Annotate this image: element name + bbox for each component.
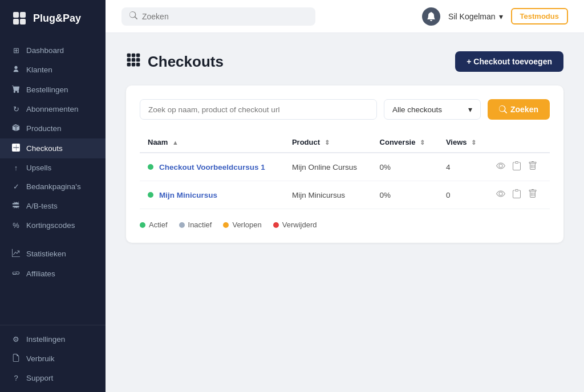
sort-product-icon: ⇕ bbox=[325, 139, 330, 146]
sidebar-item-klanten[interactable]: Klanten bbox=[0, 60, 106, 80]
status-legend: Actief Inactief Verlopen Verwijderd bbox=[140, 220, 550, 229]
verlopen-dot bbox=[223, 222, 229, 228]
cell-views-0: 4 bbox=[438, 153, 488, 181]
sidebar-item-support[interactable]: ? Support bbox=[0, 369, 106, 387]
sidebar-item-label: Producten bbox=[26, 124, 62, 133]
statistieken-icon bbox=[11, 249, 21, 259]
user-menu[interactable]: Sil Kogelman ▾ bbox=[448, 12, 503, 21]
checkout-link-0[interactable]: Checkout Voorbeeldcursus 1 bbox=[159, 163, 265, 172]
inactief-dot bbox=[179, 222, 185, 228]
sidebar-item-label: A/B-tests bbox=[26, 202, 58, 210]
sidebar-item-label: Bedankpagina's bbox=[26, 182, 81, 191]
sidebar-item-bestellingen[interactable]: Bestellingen bbox=[0, 80, 106, 100]
sidebar-item-label: Support bbox=[26, 374, 53, 382]
checkouts-card: Alle checkouts ▾ Zoeken Naam ▲ bbox=[126, 85, 563, 243]
instellingen-icon: ⚙ bbox=[11, 335, 21, 344]
sidebar-item-kortingscodes[interactable]: % Kortingscodes bbox=[0, 216, 106, 235]
status-dot-0 bbox=[148, 164, 153, 170]
checkout-search-input[interactable] bbox=[140, 99, 377, 120]
table-row: Mijn Minicursus Mijn Minicursus 0% 0 bbox=[140, 181, 550, 209]
sidebar-item-checkouts[interactable]: Checkouts bbox=[0, 138, 106, 158]
filter-bar: Alle checkouts ▾ Zoeken bbox=[140, 99, 550, 120]
search-icon bbox=[129, 11, 137, 22]
sidebar-item-label: Statistieken bbox=[26, 250, 66, 258]
checkout-filter-dropdown[interactable]: Alle checkouts ▾ bbox=[384, 99, 481, 120]
col-naam[interactable]: Naam ▲ bbox=[140, 132, 284, 153]
page-header: Checkouts + Checkout toevoegen bbox=[126, 51, 563, 72]
sort-conversie-icon: ⇕ bbox=[420, 139, 425, 146]
sidebar-item-abtests[interactable]: A/B-tests bbox=[0, 196, 106, 216]
page-title: Checkouts bbox=[148, 53, 224, 71]
topbar-search-box[interactable] bbox=[121, 7, 315, 26]
delete-icon-1[interactable] bbox=[528, 189, 537, 201]
sidebar-item-verbruik[interactable]: Verbruik bbox=[0, 349, 106, 369]
actief-label: Actief bbox=[149, 220, 168, 229]
checkouts-table: Naam ▲ Product ⇕ Conversie ⇕ bbox=[140, 132, 550, 209]
upsells-icon: ↑ bbox=[11, 164, 21, 172]
cell-actions-0 bbox=[488, 153, 550, 181]
col-views[interactable]: Views ⇕ bbox=[438, 132, 488, 153]
svg-rect-1 bbox=[20, 12, 26, 18]
sidebar-item-label: Bestellingen bbox=[26, 85, 68, 94]
sidebar-item-dashboard[interactable]: ⊞ Dashboard bbox=[0, 41, 106, 60]
sidebar-item-abonnementen[interactable]: ↻ Abonnementen bbox=[0, 100, 106, 119]
view-icon-1[interactable] bbox=[496, 189, 505, 201]
verwijderd-dot bbox=[273, 222, 279, 228]
bestellingen-icon bbox=[11, 85, 21, 95]
copy-icon-1[interactable] bbox=[512, 189, 521, 201]
logo-icon bbox=[11, 10, 27, 26]
sidebar-item-label: Checkouts bbox=[26, 144, 63, 153]
chevron-down-icon: ▾ bbox=[499, 12, 503, 21]
sidebar-item-upsells[interactable]: ↑ Upsells bbox=[0, 158, 106, 177]
checkouts-icon bbox=[11, 144, 21, 153]
verlopen-label: Verlopen bbox=[232, 220, 261, 229]
sidebar-item-affiliates[interactable]: Affiliates bbox=[0, 264, 106, 284]
actief-dot bbox=[140, 222, 145, 228]
sidebar-item-label: Affiliates bbox=[26, 270, 55, 278]
bedankpaginas-icon: ✓ bbox=[11, 182, 21, 191]
add-checkout-button[interactable]: + Checkout toevoegen bbox=[455, 51, 563, 72]
klanten-icon bbox=[11, 65, 21, 75]
legend-verlopen: Verlopen bbox=[223, 220, 261, 229]
sidebar-bottom: ⚙ Instellingen Verbruik ? Support bbox=[0, 325, 106, 392]
sidebar-item-label: Dashboard bbox=[26, 46, 64, 55]
user-name: Sil Kogelman bbox=[448, 12, 496, 21]
main-area: Sil Kogelman ▾ Testmodus Checkouts + Che… bbox=[106, 0, 584, 392]
page-title-wrap: Checkouts bbox=[126, 52, 224, 71]
view-icon-0[interactable] bbox=[496, 161, 505, 173]
dashboard-icon: ⊞ bbox=[11, 46, 21, 55]
testmode-button[interactable]: Testmodus bbox=[511, 8, 568, 24]
sidebar-item-statistieken[interactable]: Statistieken bbox=[0, 244, 106, 264]
legend-inactief: Inactief bbox=[179, 220, 212, 229]
col-product[interactable]: Product ⇕ bbox=[284, 132, 372, 153]
cell-conversie-0: 0% bbox=[372, 153, 438, 181]
notification-button[interactable] bbox=[422, 7, 440, 26]
checkout-link-1[interactable]: Mijn Minicursus bbox=[159, 191, 217, 199]
cell-naam-0: Checkout Voorbeeldcursus 1 bbox=[140, 153, 284, 181]
abtests-icon bbox=[11, 201, 21, 211]
legend-verwijderd: Verwijderd bbox=[273, 220, 317, 229]
topbar-search-input[interactable] bbox=[142, 12, 307, 21]
svg-rect-3 bbox=[20, 19, 26, 24]
cell-naam-1: Mijn Minicursus bbox=[140, 181, 284, 209]
sidebar-item-label: Verbruik bbox=[26, 354, 55, 363]
svg-rect-2 bbox=[13, 19, 19, 24]
legend-actief: Actief bbox=[140, 220, 168, 229]
logo[interactable]: Plug&Pay bbox=[0, 0, 106, 36]
checkout-search-button[interactable]: Zoeken bbox=[488, 99, 550, 120]
verbruik-icon bbox=[11, 354, 21, 364]
col-conversie[interactable]: Conversie ⇕ bbox=[372, 132, 438, 153]
topbar-right: Sil Kogelman ▾ Testmodus bbox=[422, 7, 568, 26]
sidebar-item-producten[interactable]: Producten bbox=[0, 119, 106, 138]
cell-product-0: Mijn Online Cursus bbox=[284, 153, 372, 181]
search-button-label: Zoeken bbox=[510, 105, 538, 114]
status-dot-1 bbox=[148, 192, 153, 198]
sidebar-item-bedankpaginas[interactable]: ✓ Bedankpagina's bbox=[0, 177, 106, 196]
sidebar-item-label: Klanten bbox=[26, 66, 52, 74]
copy-icon-0[interactable] bbox=[512, 161, 521, 173]
checkouts-grid-icon bbox=[126, 52, 141, 71]
verwijderd-label: Verwijderd bbox=[282, 220, 317, 229]
sort-views-icon: ⇕ bbox=[471, 139, 476, 146]
sidebar-item-instellingen[interactable]: ⚙ Instellingen bbox=[0, 330, 106, 349]
delete-icon-0[interactable] bbox=[528, 161, 537, 173]
